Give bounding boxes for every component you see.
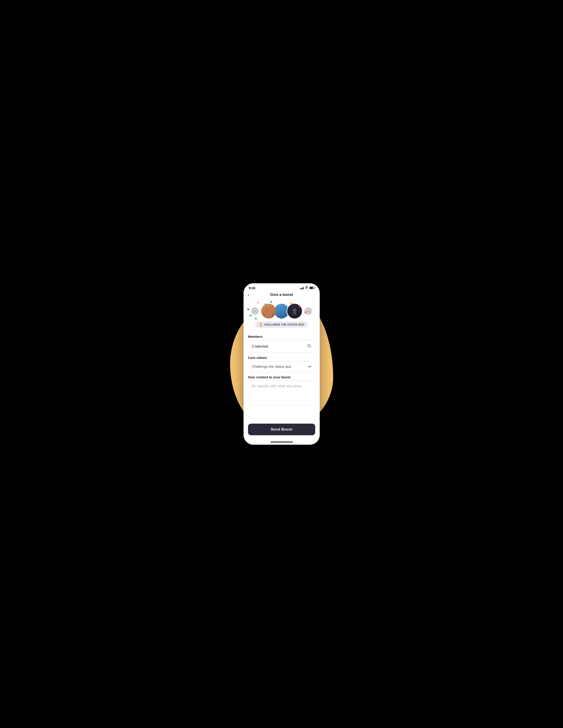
status-time: 9:41 xyxy=(249,286,256,290)
badge-text: CHALLENGE THE STATUS QUO xyxy=(264,323,304,326)
nav-header: ‹ Give a boost xyxy=(244,291,320,299)
send-button-area: Send Boost xyxy=(244,421,320,440)
core-values-selected: Challenge the status quo xyxy=(252,365,291,369)
signal-icon xyxy=(300,287,304,289)
carousel-prev-button[interactable]: ‹ xyxy=(251,307,259,315)
core-values-field-group: Core values Challenge the status quo xyxy=(248,356,315,372)
search-icon xyxy=(307,344,311,349)
challenge-badge: 🏆 CHALLENGE THE STATUS QUO xyxy=(255,321,307,328)
wifi-icon xyxy=(305,286,308,290)
send-boost-button[interactable]: Send Boost xyxy=(248,424,315,435)
battery-icon xyxy=(309,287,314,289)
content-area: Members 3 selected Core values xyxy=(244,331,320,421)
members-label: Members xyxy=(248,335,315,338)
phone-inner: 9:41 xyxy=(244,283,320,445)
avatar-3 xyxy=(286,303,303,319)
page-title: Give a boost xyxy=(270,293,293,297)
avatars-group xyxy=(261,303,303,319)
svg-point-0 xyxy=(306,288,307,289)
svg-rect-2 xyxy=(293,312,296,315)
chevron-down-icon xyxy=(308,365,311,368)
scene: 9:41 xyxy=(223,279,340,449)
carousel-section: ‹ xyxy=(244,299,320,331)
core-values-select[interactable]: Challenge the status quo xyxy=(248,361,315,372)
members-value: 3 selected xyxy=(252,345,268,349)
status-icons xyxy=(300,286,314,290)
phone-frame: 9:41 xyxy=(244,283,320,445)
context-placeholder: Be specific with what was done xyxy=(252,384,301,388)
home-bar xyxy=(271,442,293,442)
status-bar: 9:41 xyxy=(244,283,320,291)
members-input[interactable]: 3 selected xyxy=(248,340,315,353)
badge-emoji: 🏆 xyxy=(259,323,263,326)
back-button[interactable]: ‹ xyxy=(248,292,250,297)
carousel-next-button[interactable]: › xyxy=(304,307,312,315)
context-textarea[interactable]: Be specific with what was done xyxy=(248,381,315,405)
svg-point-1 xyxy=(293,308,296,312)
context-field-group: Give context to your boost Be specific w… xyxy=(248,375,315,405)
chevron-right-icon: › xyxy=(307,309,309,313)
core-values-label: Core values xyxy=(248,356,315,360)
carousel-row: ‹ xyxy=(244,303,320,319)
context-label: Give context to your boost xyxy=(248,375,315,379)
home-indicator xyxy=(244,440,320,445)
members-field-group: Members 3 selected xyxy=(248,335,315,353)
avatar-1 xyxy=(261,303,277,319)
chevron-left-icon: ‹ xyxy=(254,309,256,313)
